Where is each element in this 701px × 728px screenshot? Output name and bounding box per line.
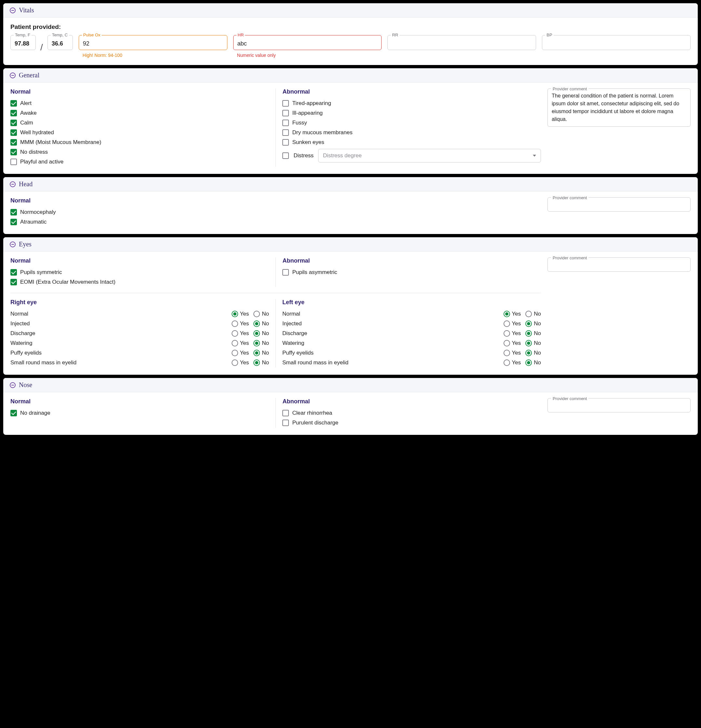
radio-no[interactable] (525, 311, 532, 317)
eye-finding-row: Puffy eyelidsYesNo (10, 348, 269, 358)
radio-no[interactable] (525, 360, 532, 366)
pulse-ox-helper: High! Norm: 94-100 (79, 53, 227, 58)
radio-yes[interactable] (504, 350, 510, 356)
checkbox[interactable] (282, 269, 289, 276)
checkbox[interactable] (282, 110, 289, 116)
radio-yes[interactable] (504, 340, 510, 347)
checkbox[interactable] (282, 100, 289, 107)
checkbox[interactable] (282, 139, 289, 146)
finding-label: Normal (10, 311, 28, 317)
checkbox-label: Pupils asymmetric (292, 269, 337, 276)
check-row: No distress (10, 147, 269, 157)
checkbox[interactable] (10, 279, 17, 285)
check-row: EOMI (Extra Ocular Movements Intact) (10, 277, 269, 287)
general-header[interactable]: General (3, 68, 698, 82)
radio-group: YesNo (504, 360, 541, 366)
radio-no-label: No (534, 340, 541, 347)
check-row: Pupils symmetric (10, 267, 269, 277)
eyes-comment[interactable]: Provider comment (547, 257, 691, 272)
finding-label: Injected (10, 321, 30, 327)
radio-yes-label: Yes (240, 360, 249, 366)
radio-no[interactable] (525, 330, 532, 337)
checkbox[interactable] (282, 420, 289, 426)
checkbox[interactable] (282, 410, 289, 416)
radio-yes[interactable] (504, 330, 510, 337)
radio-no-label: No (534, 321, 541, 327)
radio-group: YesNo (232, 350, 269, 356)
radio-no[interactable] (525, 350, 532, 356)
radio-no[interactable] (253, 311, 260, 317)
checkbox[interactable] (10, 209, 17, 215)
right-eye-heading: Right eye (10, 299, 269, 306)
checkbox-label: Fussy (292, 120, 307, 126)
general-comment[interactable]: Provider comment The general condition o… (547, 88, 691, 127)
collapse-icon[interactable] (10, 382, 16, 388)
radio-yes[interactable] (504, 311, 510, 317)
radio-group: YesNo (232, 321, 269, 327)
check-row: Atraumatic (10, 217, 541, 227)
finding-label: Discharge (282, 330, 307, 337)
radio-no[interactable] (253, 321, 260, 327)
bp-field[interactable] (542, 35, 691, 50)
checkbox[interactable] (10, 139, 17, 146)
nose-header[interactable]: Nose (3, 378, 698, 392)
finding-label: Discharge (10, 330, 35, 337)
radio-no[interactable] (525, 321, 532, 327)
radio-yes[interactable] (232, 321, 238, 327)
checkbox[interactable] (10, 410, 17, 416)
radio-yes[interactable] (504, 321, 510, 327)
hr-label: HR (236, 33, 245, 38)
finding-label: Small round mass in eyelid (10, 360, 77, 366)
checkbox[interactable] (10, 219, 17, 225)
nose-comment[interactable]: Provider comment (547, 398, 691, 412)
checkbox-label: Clear rhinorrhea (292, 410, 332, 416)
radio-no[interactable] (253, 340, 260, 347)
radio-yes[interactable] (232, 311, 238, 317)
radio-yes[interactable] (504, 360, 510, 366)
distress-checkbox[interactable] (282, 152, 289, 159)
radio-no[interactable] (525, 340, 532, 347)
finding-label: Puffy eyelids (10, 350, 42, 356)
general-normal-heading: Normal (10, 88, 269, 95)
radio-no[interactable] (253, 350, 260, 356)
divider (10, 293, 541, 293)
bp-label: BP (545, 33, 553, 38)
eye-finding-row: WateringYesNo (10, 338, 269, 348)
eyes-header[interactable]: Eyes (3, 237, 698, 251)
checkbox[interactable] (10, 120, 17, 126)
radio-no[interactable] (253, 330, 260, 337)
checkbox[interactable] (10, 129, 17, 136)
collapse-icon[interactable] (10, 241, 16, 247)
vitals-header[interactable]: Vitals (3, 3, 698, 17)
radio-yes[interactable] (232, 360, 238, 366)
collapse-icon[interactable] (10, 7, 16, 13)
checkbox[interactable] (10, 159, 17, 165)
checkbox[interactable] (282, 129, 289, 136)
checkbox-label: Tired-appearing (292, 100, 331, 107)
eye-finding-row: Small round mass in eyelidYesNo (10, 358, 269, 368)
radio-yes-label: Yes (240, 311, 249, 317)
radio-no-label: No (534, 360, 541, 366)
head-header[interactable]: Head (3, 177, 698, 191)
checkbox[interactable] (10, 110, 17, 116)
hr-field[interactable]: abc (233, 35, 382, 50)
radio-no[interactable] (253, 360, 260, 366)
checkbox[interactable] (10, 269, 17, 276)
checkbox-label: No drainage (20, 410, 51, 416)
checkbox[interactable] (282, 120, 289, 126)
radio-yes[interactable] (232, 340, 238, 347)
eye-finding-row: DischargeYesNo (282, 329, 541, 338)
checkbox[interactable] (10, 149, 17, 155)
radio-yes-label: Yes (240, 340, 249, 347)
radio-no-label: No (534, 330, 541, 337)
rr-field[interactable] (387, 35, 536, 50)
distress-select[interactable]: Distress degree (318, 149, 541, 163)
checkbox-label: Sunken eyes (292, 139, 324, 146)
radio-yes[interactable] (232, 330, 238, 337)
collapse-icon[interactable] (10, 181, 16, 187)
head-comment[interactable]: Provider comment (547, 197, 691, 212)
radio-yes[interactable] (232, 350, 238, 356)
checkbox[interactable] (10, 100, 17, 107)
collapse-icon[interactable] (10, 72, 16, 78)
nose-normal-heading: Normal (10, 398, 269, 405)
